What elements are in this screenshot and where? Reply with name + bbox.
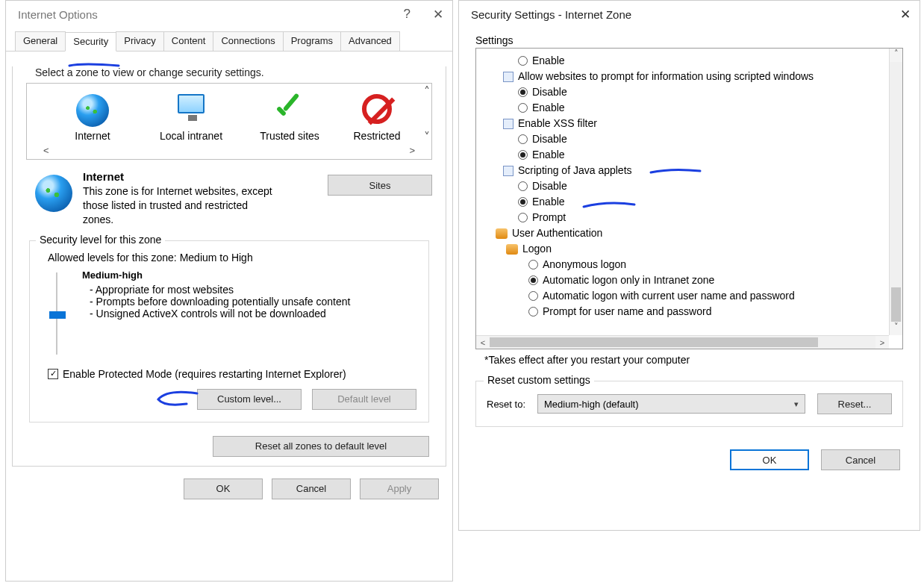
tree-row[interactable]: Prompt for user name and password [496,304,886,319]
radio-option[interactable] [528,260,538,269]
slider-thumb[interactable] [49,311,66,319]
radio-option[interactable] [518,134,528,144]
tree-row[interactable]: Enable [496,100,886,116]
reset-custom-settings-group: Reset custom settings Reset to: Medium-h… [475,381,903,427]
tab-security[interactable]: Security [65,32,116,52]
tree-row[interactable]: Enable [496,147,886,163]
ok-button[interactable]: OK [184,478,263,499]
category-label: User Authentication [512,225,602,241]
security-level-slider[interactable] [49,272,64,355]
radio-label: Automatic logon only in Intranet zone [543,272,714,288]
protected-mode-label: Enable Protected Mode (requires restarti… [63,368,346,380]
radio-label: Prompt for user name and password [543,304,711,319]
setting-group-label: Scripting of Java applets [518,163,632,178]
scroll-left-icon[interactable]: < [476,336,490,349]
zone-selector: ˄ ˅ Internet Local intranet Trusted site… [26,83,432,160]
tab-programs[interactable]: Programs [283,31,341,51]
ok-button[interactable]: OK [730,449,809,470]
tab-connections[interactable]: Connections [213,31,283,51]
tree-row[interactable]: Anonymous logon [496,257,886,272]
zone-label: Restricted [347,130,407,142]
tab-advanced[interactable]: Advanced [340,31,400,51]
level-bullet: - Prompts before downloading potentially… [90,296,350,308]
radio-label: Enable [532,147,565,163]
default-level-button[interactable]: Default level [312,389,416,410]
cancel-button[interactable]: Cancel [272,478,351,499]
scroll-up-icon[interactable]: ˄ [424,87,430,97]
close-icon[interactable]: ✕ [900,7,911,22]
zone-local-intranet[interactable]: Local intranet [150,90,232,142]
tab-body-security: Select a zone to view or change security… [12,66,446,467]
group-legend: Security level for this zone [36,234,165,246]
tree-row[interactable]: Disable [496,178,886,194]
globe-icon [76,94,109,127]
dialog-title: Internet Options [18,8,98,21]
scrollbar-thumb[interactable] [490,337,818,347]
radio-label: Disable [532,131,567,147]
radio-label: Anonymous logon [543,257,626,272]
help-icon[interactable]: ? [404,7,411,22]
reset-to-label: Reset to: [487,399,525,410]
horizontal-scrollbar[interactable]: < > [476,335,889,349]
zone-internet[interactable]: Internet [51,94,134,142]
tab-strip: GeneralSecurityPrivacyContentConnections… [6,31,452,52]
dialog-footer: OK Cancel [459,427,920,470]
custom-level-button[interactable]: Custom level... [197,389,302,410]
scroll-down-icon[interactable]: ˅ [424,132,430,143]
tab-content[interactable]: Content [163,31,214,51]
scroll-right-icon[interactable]: > [875,336,889,349]
radio-option[interactable] [518,197,528,207]
level-name: Medium-high [82,269,350,281]
scroll-left-icon[interactable]: < [43,145,49,156]
tree-row[interactable]: Enable [496,194,886,210]
settings-label: Settings [475,34,920,46]
reset-all-zones-button[interactable]: Reset all zones to default level [213,436,429,457]
sites-button[interactable]: Sites [328,175,432,196]
restart-note: *Takes effect after you restart your com… [484,354,920,366]
security-level-group: Security level for this zone Allowed lev… [29,240,429,423]
radio-option[interactable] [528,291,538,301]
tree-row: Scripting of Java applets [496,163,886,178]
tree-row: Enable XSS filter [496,116,886,131]
titlebar: Internet Options ? ✕ [6,1,452,28]
tree-row[interactable]: Automatic logon only in Intranet zone [496,272,886,288]
radio-option[interactable] [528,275,538,285]
zone-name: Internet [83,170,277,183]
level-bullet: - Appropriate for most websites [90,284,350,296]
tree-row[interactable]: Prompt [496,210,886,225]
vertical-scrollbar[interactable]: ˄ ˅ [889,49,902,335]
tab-general[interactable]: General [15,31,66,51]
setting-group-label: Allow websites to prompt for information… [518,69,814,84]
radio-label: Disable [532,178,567,194]
scrollbar-thumb[interactable] [891,287,901,322]
subcategory-label: Logon [522,241,552,257]
radio-option[interactable] [518,150,528,160]
zone-trusted-sites[interactable]: Trusted sites [249,94,331,142]
close-icon[interactable]: ✕ [433,7,443,22]
radio-option[interactable] [518,181,528,191]
radio-option[interactable] [518,213,528,222]
zone-label: Trusted sites [249,130,331,142]
cancel-button[interactable]: Cancel [821,449,900,470]
radio-option[interactable] [518,103,528,113]
protected-mode-checkbox[interactable]: ✓ [48,369,58,379]
zone-description: This zone is for Internet websites, exce… [83,184,277,227]
tree-row[interactable]: Disable [496,84,886,100]
radio-option[interactable] [518,56,528,66]
settings-tree[interactable]: EnableAllow websites to prompt for infor… [476,49,889,335]
reset-button[interactable]: Reset... [817,393,892,414]
radio-label: Enable [532,53,565,69]
tab-privacy[interactable]: Privacy [116,31,164,51]
radio-option[interactable] [528,307,538,317]
scroll-down-icon[interactable]: ˅ [890,322,902,335]
zone-restricted[interactable]: Restricted [347,94,407,142]
monitor-icon [178,94,205,113]
reset-to-select[interactable]: Medium-high (default) ▾ [537,394,805,414]
tree-row[interactable]: Enable [496,53,886,69]
tree-row[interactable]: Disable [496,131,886,147]
radio-option[interactable] [518,87,528,97]
tree-row[interactable]: Automatic logon with current user name a… [496,288,886,304]
scroll-up-icon[interactable]: ˄ [890,49,902,62]
apply-button[interactable]: Apply [360,478,439,499]
scroll-right-icon[interactable]: > [409,145,415,156]
